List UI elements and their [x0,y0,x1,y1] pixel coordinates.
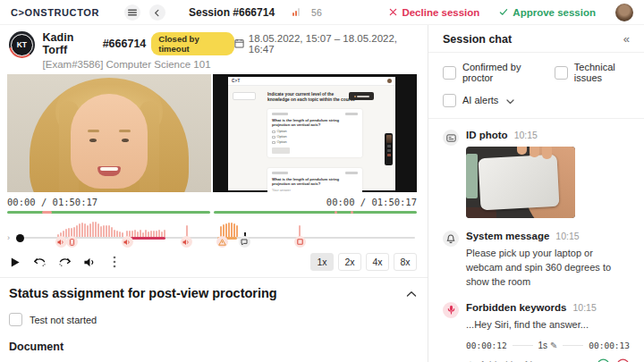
mini-question-select [233,92,256,100]
speed-2x-button[interactable]: 2x [338,253,361,271]
timeline-marker-phone[interactable] [66,236,78,248]
range-end: 00:00:13 [589,341,630,350]
playhead[interactable] [16,234,24,242]
filter-technical-issues[interactable]: Technical issues [555,62,630,83]
speed-selector: 1x 2x 4x 8x [310,253,417,271]
range-duration: 1s [538,341,548,350]
checkbox-test-not-started[interactable]: Test not started [9,313,417,326]
back-button[interactable] [149,4,165,21]
student-avatar: KT [9,31,35,58]
keyword-time-range: 00:00:12 1s ✎ 00:00:13 [466,341,630,350]
user-avatar[interactable] [615,4,633,21]
status-section-title: Status assignment for post-view proctori… [9,286,277,300]
filter-ai-alerts[interactable]: AI alerts [443,92,514,108]
chat-message-forbidden-keywords: Forbidden keywords 10:15 ...Hey Siri, fi… [443,302,630,362]
mini-submit-button [272,147,290,154]
timeline-marker-sound[interactable] [181,236,192,248]
forward-button[interactable] [57,255,72,269]
chat-messages: ID photo 10:15 [428,119,644,362]
session-period: 18.05.2022, 15:07 – 18.05.2022, 16:47 [249,33,417,55]
mini-timer [349,92,374,100]
chat-message-id-photo: ID photo 10:15 [443,130,630,218]
mini-avatar [387,79,392,83]
edit-icon[interactable]: ✎ [550,341,557,350]
speed-1x-button[interactable]: 1x [310,253,334,271]
microphone-alert-icon [443,302,459,318]
constructor-logo: C>ONSTRUCTOR [11,7,99,18]
menu-button[interactable] [124,4,140,21]
mini-proctor-widget [385,133,393,165]
document-group-title: Document [9,341,417,353]
session-info: KT Kadin Torff #666714 Closed by timeout… [9,31,417,70]
screen-share-video[interactable]: C>T Indicate your current level of the k… [213,74,417,192]
x-icon [389,7,397,18]
confirm-alert-button[interactable] [597,358,610,362]
event-timeline[interactable]: › [7,215,417,248]
speed-8x-button[interactable]: 8x [394,253,417,271]
checkbox[interactable] [443,94,456,107]
timeline-marker-warning[interactable] [216,236,228,248]
filter-confirmed-by-proctor[interactable]: Confirmed by proctor [443,62,535,83]
timeline-marker-stop[interactable] [294,236,306,248]
collapse-section-icon[interactable] [406,285,417,301]
webcam-progress-bar[interactable] [7,211,210,214]
session-chat-panel: Session chat « Confirmed by proctor Tech… [428,25,644,362]
mini-question-card-2: What is the length of pendulum string pr… [267,168,362,192]
session-title: Session #666714 [189,6,275,19]
range-start: 00:00:12 [466,341,507,350]
session-content: KT Kadin Torff #666714 Closed by timeout… [0,25,428,362]
more-options-button[interactable] [107,255,122,269]
connection-signal-icon [292,8,300,16]
webcam-video[interactable] [7,74,211,192]
check-icon [499,7,508,18]
rewind-button[interactable] [32,255,47,269]
collapse-chat-icon[interactable]: « [623,32,630,46]
top-bar: C>ONSTRUCTOR Session #666714 56 Decline … [0,0,644,25]
chat-message-system: System message 10:15 Please pick up your… [443,231,630,290]
player-controls: 1x 2x 4x 8x [7,251,417,273]
mini-logo: C>T [232,79,241,83]
chat-filters: Confirmed by proctor Technical issues AI… [428,53,644,119]
screen-progress-bar[interactable] [214,211,417,214]
checkbox[interactable] [443,66,456,80]
play-button[interactable] [7,255,21,269]
chevron-left-icon [153,4,161,21]
exam-name: [Exam#3586] Computer Science 101 [43,59,234,70]
id-card-icon [443,130,459,146]
timeline-marker-sound[interactable] [122,236,133,248]
student-webcam-frame [7,74,211,192]
mini-exam-heading: Indicate your current level of the knowl… [267,92,355,104]
screen-timecode: 00:00 / 01:50:17 [326,197,417,207]
timeline-marker-sound[interactable] [55,236,67,248]
screen-share-frame: C>T Indicate your current level of the k… [228,77,395,190]
checkbox[interactable] [555,66,568,80]
connection-quality-value: 56 [311,7,322,18]
mini-question-card: What is the length of pendulum string pr… [267,109,362,157]
student-name: Kadin Torff [43,31,97,56]
bell-icon [443,231,459,247]
reject-alert-button[interactable] [616,358,630,362]
status-assignment-section: Status assignment for post-view proctori… [0,278,428,362]
timeline-expand-icon[interactable]: › [7,233,10,242]
calendar-icon [234,38,244,50]
status-badge: Closed by timeout [151,32,233,55]
proctoring-session-app: C>ONSTRUCTOR Session #666714 56 Decline … [0,0,644,362]
session-id: #666714 [103,38,147,50]
hamburger-icon [128,4,137,21]
id-photo-image[interactable] [466,147,575,218]
decline-session-button[interactable]: Decline session [389,7,479,18]
chevron-down-icon[interactable] [506,92,514,108]
chat-title: Session chat [443,33,512,46]
webcam-timecode: 00:00 / 01:50:17 [7,197,97,207]
volume-button[interactable] [82,255,97,269]
speed-4x-button[interactable]: 4x [366,253,389,271]
timeline-marker-bubble[interactable] [239,236,250,248]
approve-session-button[interactable]: Approve session [499,7,596,18]
checkbox[interactable] [9,313,22,326]
